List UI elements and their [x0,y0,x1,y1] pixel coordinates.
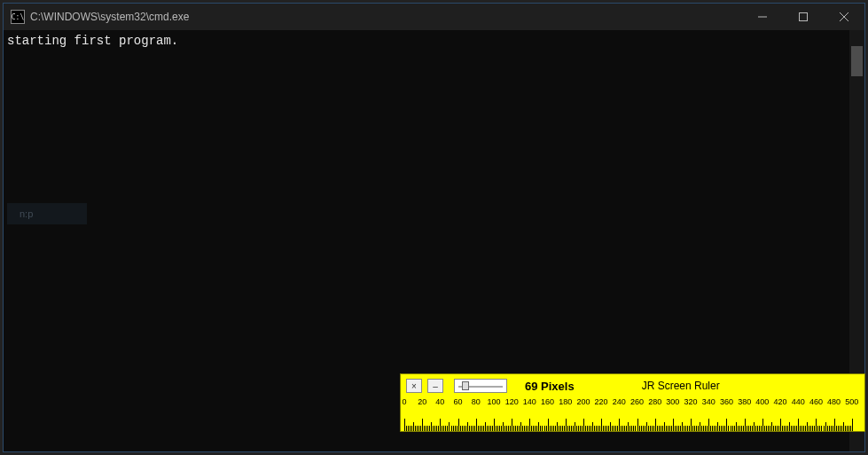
ruler-tick [809,426,809,431]
ruler-tick [457,426,457,431]
ruler-tick [492,426,493,431]
ruler-tick [840,426,841,431]
ruler-tick-label: 420 [774,397,787,406]
ruler-tick [476,419,477,431]
ruler-tick [628,422,629,431]
ruler-reading: 69 Pixels [525,380,575,393]
ruler-tick [754,422,755,431]
ruler-tick [585,426,586,431]
ruler-tick [787,426,788,431]
ruler-tick [691,419,692,431]
ruler-tick [583,419,584,431]
ruler-tick [517,426,518,431]
ruler-tick [692,426,693,431]
ruler-tick [743,426,744,431]
window-controls [742,4,864,30]
ruler-tick [821,426,822,431]
ruler-tick-label: 140 [523,397,536,406]
ruler-tick [478,426,479,431]
ruler-tick [723,426,723,431]
ruler-tick [424,426,425,431]
ruler-tick [442,426,442,431]
ruler-tick [661,426,661,431]
ruler-tick [489,426,489,431]
minimize-button[interactable] [742,4,783,30]
ruler-scale[interactable]: 0204060801001201401601802002202402602803… [401,397,864,431]
ruler-tick [707,426,708,431]
ruler-tick [673,419,674,431]
ruler-tick [590,426,591,431]
ruler-tick [652,426,653,431]
ruler-tick [508,426,509,431]
ruler-toolbar: × – 69 Pixels JR Screen Ruler [401,374,864,397]
ruler-tick-label: 60 [454,397,463,406]
ruler-minimize-button[interactable]: – [427,379,443,393]
ruler-tick [569,426,570,431]
ruler-tick [519,426,520,431]
ruler-tick [594,426,595,431]
ruler-tick [408,426,409,431]
ruler-tick [573,426,574,431]
ruler-tick [592,422,593,431]
maximize-button[interactable] [783,4,824,30]
ruler-tick [694,426,695,431]
scrollbar-thumb[interactable] [851,46,863,76]
cmd-icon: C:\ [11,10,25,24]
ruler-tick [669,426,670,431]
ruler-tick [535,426,536,431]
ruler-tick-label: 160 [541,397,554,406]
ruler-tick [678,426,679,431]
ruler-tick [453,426,454,431]
ruler-tick-label: 380 [738,397,751,406]
ruler-tick [745,419,746,431]
ruler-tick [406,426,407,431]
ruler-title: JR Screen Ruler [642,380,720,392]
ruler-tick-label: 260 [630,397,644,406]
ruler-tick [480,426,481,431]
ruler-tick [796,426,797,431]
ruler-tick [460,426,461,431]
ruler-tick [848,426,849,431]
window-title: C:\WINDOWS\system32\cmd.exe [30,11,189,23]
ruler-tick [599,426,600,431]
ruler-tick [612,426,613,431]
ruler-tick-label: 320 [684,397,698,406]
ruler-tick [610,422,611,431]
ruler-tick [807,422,808,431]
ruler-tick [633,426,634,431]
ruler-tick [757,426,758,431]
ruler-tick [689,426,690,431]
ruler-tick [812,426,813,431]
ruler-tick [739,426,740,431]
ruler-tick [417,426,418,431]
ruler-tick-label: 300 [666,397,679,406]
ruler-tick [522,426,523,431]
ruler-close-button[interactable]: × [406,379,422,393]
ruler-tick [440,419,441,431]
ruler-tick [587,426,588,431]
ruler-tick [580,426,581,431]
ruler-tick [474,426,475,431]
ruler-tick [464,426,465,431]
ruler-tick [614,426,614,431]
titlebar[interactable]: C:\ C:\WINDOWS\system32\cmd.exe [4,4,864,30]
ruler-tick [666,426,667,431]
ruler-tick [768,426,769,431]
ruler-tick [775,426,776,431]
ruler-tick [494,419,495,431]
ruler-tick [645,426,645,431]
ruler-tick-label: 100 [487,397,500,406]
ruler-tick [816,419,817,431]
ruler-tick [650,426,651,431]
screen-ruler-window[interactable]: × – 69 Pixels JR Screen Ruler 0204060801… [400,373,865,432]
ruler-tick [434,426,435,431]
close-button[interactable] [824,4,864,30]
ruler-tick [481,426,482,431]
ruler-tick [601,419,602,431]
ruler-slider-thumb[interactable] [462,381,469,390]
ruler-tick [557,422,558,431]
ruler-tick [496,426,497,431]
ruler-zoom-slider[interactable] [454,379,507,393]
ruler-tick [411,426,412,431]
ruler-tick-label: 80 [472,397,481,406]
